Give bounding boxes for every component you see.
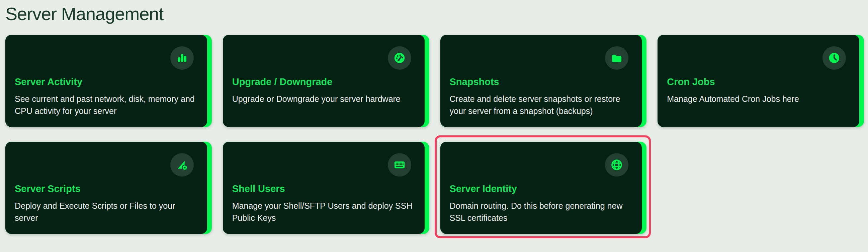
card-server-scripts[interactable]: Server Scripts Deploy and Execute Script…	[5, 142, 212, 234]
clock-icon	[823, 46, 846, 70]
card-title: Upgrade / Downgrade	[232, 75, 415, 89]
card-description: Manage your Shell/SFTP Users and deploy …	[232, 200, 415, 224]
card-description: Domain routing. Do this before generatin…	[450, 200, 633, 224]
script-gear-icon	[170, 153, 194, 176]
card-inner: Shell Users Manage your Shell/SFTP Users…	[223, 142, 425, 234]
card-title: Cron Jobs	[667, 75, 850, 89]
card-server-identity[interactable]: Server Identity Domain routing. Do this …	[440, 142, 647, 234]
card-title: Server Identity	[450, 181, 633, 196]
gauge-icon	[388, 46, 411, 70]
card-description: Upgrade or Downgrade your server hardwar…	[232, 93, 415, 105]
card-inner: Upgrade / Downgrade Upgrade or Downgrade…	[223, 35, 425, 127]
card-title: Server Scripts	[15, 181, 198, 196]
card-title: Server Activity	[15, 75, 198, 89]
globe-icon	[605, 153, 628, 176]
page-title: Server Management	[5, 3, 864, 24]
card-snapshots[interactable]: Snapshots Create and delete server snaps…	[440, 35, 647, 127]
card-cron-jobs[interactable]: Cron Jobs Manage Automated Cron Jobs her…	[657, 35, 864, 127]
card-description: Create and delete server snapshots or re…	[450, 93, 633, 117]
card-server-activity[interactable]: Server Activity See current and past net…	[5, 35, 212, 127]
card-inner: Server Activity See current and past net…	[5, 35, 207, 127]
card-inner: Server Scripts Deploy and Execute Script…	[5, 142, 207, 234]
card-inner: Snapshots Create and delete server snaps…	[440, 35, 642, 127]
bar-chart-icon	[170, 46, 194, 70]
keyboard-icon	[388, 153, 411, 176]
card-inner: Cron Jobs Manage Automated Cron Jobs her…	[657, 35, 859, 127]
card-title: Snapshots	[450, 75, 633, 89]
card-title: Shell Users	[232, 181, 415, 196]
folder-icon	[605, 46, 628, 70]
server-management-page: Server Management Server Activity See cu…	[0, 0, 868, 252]
card-upgrade-downgrade[interactable]: Upgrade / Downgrade Upgrade or Downgrade…	[223, 35, 429, 127]
cards-grid: Server Activity See current and past net…	[5, 35, 864, 234]
card-shell-users[interactable]: Shell Users Manage your Shell/SFTP Users…	[223, 142, 429, 234]
card-description: Deploy and Execute Scripts or Files to y…	[15, 200, 198, 224]
card-description: See current and past network, disk, memo…	[15, 93, 198, 117]
card-inner: Server Identity Domain routing. Do this …	[440, 142, 642, 234]
card-description: Manage Automated Cron Jobs here	[667, 93, 850, 105]
